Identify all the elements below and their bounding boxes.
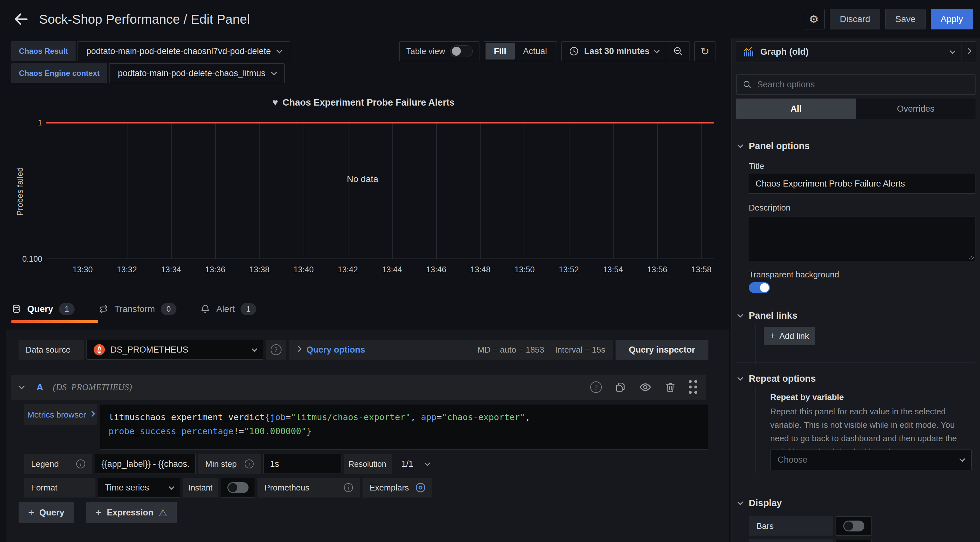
add-expression-button[interactable]: + Expression ⚠ (86, 502, 177, 523)
resolution-select[interactable]: 1/1 (395, 454, 436, 474)
graph-chart-icon (742, 46, 754, 58)
panel-title-input[interactable] (749, 174, 976, 193)
metrics-browser-button[interactable]: Metrics browser (24, 404, 97, 425)
section-heading: Panel links (749, 311, 797, 321)
legend-format-value: {{app_label}} - {{chaos… (102, 459, 189, 469)
header-bar: Sock-Shop Performance / Edit Panel ⚙ Dis… (0, 0, 980, 38)
variable-value-dropdown[interactable]: podtato-main-pod-delete-chaosnl7vd-pod-d… (78, 41, 290, 61)
tab-all[interactable]: All (736, 98, 856, 119)
tab-query[interactable]: Query 1 (11, 303, 75, 315)
min-step-input[interactable]: 1s (263, 454, 341, 474)
transform-icon (98, 304, 108, 314)
exemplars-toggle-icon[interactable] (416, 483, 425, 493)
options-search-input[interactable] (757, 80, 969, 90)
visualization-select[interactable]: Graph (old) (736, 41, 961, 62)
query-inspector-button[interactable]: Query inspector (616, 340, 708, 360)
query-row-actions: ? (590, 380, 698, 394)
format-value: Time series (105, 483, 149, 493)
plus-icon: + (770, 331, 776, 341)
indent-guide (756, 325, 756, 365)
gridline (83, 123, 83, 258)
datasource-help-button[interactable]: ? (266, 340, 286, 360)
gridline (657, 123, 658, 258)
edit-area: Chaos Result podtato-main-pod-delete-cha… (0, 38, 732, 542)
instant-toggle[interactable] (228, 482, 248, 493)
collapse-options-button[interactable] (961, 41, 976, 62)
section-panel-options[interactable]: Panel options (738, 141, 810, 151)
tab-transform[interactable]: Transform 0 (98, 303, 177, 315)
metrics-browser-label: Metrics browser (27, 410, 86, 420)
chevron-right-icon (296, 346, 301, 352)
collapse-query-chevron-icon[interactable] (19, 383, 24, 389)
y-tick-0100: 0.100 (0, 254, 42, 264)
panel-toolbar: Table view Fill Actual Last 30 minutes (399, 41, 716, 61)
prometheus-type-text: Prometheus (264, 483, 309, 493)
chevron-down-icon (737, 142, 743, 148)
y-tick-1: 1 (0, 118, 42, 127)
section-display[interactable]: Display (738, 498, 782, 509)
legend-options-row: Legend i {{app_label}} - {{chaos… Min st… (24, 454, 436, 474)
time-range-group: Last 30 minutes (562, 41, 690, 61)
promql-editor[interactable]: litmuschaos_experiment_verdict{job="litm… (100, 404, 708, 450)
variable-chaos-engine-context: Chaos Engine context podtato-main-pod-de… (11, 63, 290, 83)
repeat-variable-select[interactable]: Choose (770, 450, 972, 470)
add-query-button[interactable]: + Query (19, 502, 74, 523)
query-row-header: A (DS_PROMETHEUS) ? (11, 375, 706, 399)
chevron-down-icon (251, 346, 257, 352)
back-button[interactable] (11, 10, 31, 29)
info-icon: i (245, 460, 254, 468)
query-ref-datasource: (DS_PROMETHEUS) (53, 382, 132, 392)
options-search[interactable] (736, 74, 975, 95)
variable-label: Chaos Result (11, 41, 76, 61)
fill-option[interactable]: Fill (485, 43, 515, 60)
refresh-button[interactable]: ↻ (694, 41, 716, 61)
duplicate-query-icon[interactable] (614, 381, 626, 393)
gridline (480, 123, 481, 258)
panel-description-textarea[interactable] (749, 217, 976, 261)
transparent-background-toggle[interactable] (749, 282, 770, 293)
save-button[interactable]: Save (885, 9, 926, 29)
format-label: Format (24, 478, 95, 498)
next-option-row-partial (749, 539, 872, 542)
option-label (749, 539, 833, 542)
table-view-toggle[interactable] (450, 46, 473, 57)
chart-title: ♥ Chaos Experiment Probe Failure Alerts (0, 97, 727, 108)
options-sections: Panel options Title Description Transpar… (732, 128, 980, 542)
delete-query-trash-icon[interactable] (665, 381, 676, 393)
no-data-text: No data (347, 174, 378, 184)
option-toggle-cell (835, 539, 872, 542)
x-tick-label: 13:38 (237, 265, 282, 274)
resize-handle[interactable] (968, 253, 974, 260)
tab-overrides[interactable]: Overrides (856, 98, 976, 119)
section-panel-links[interactable]: Panel links (738, 311, 797, 321)
variable-value-text: podtato-main-pod-delete-chaos_litmus (118, 68, 266, 78)
actual-option[interactable]: Actual (515, 43, 555, 60)
instant-toggle-cell (221, 478, 255, 498)
x-tick-label: 13:42 (325, 265, 370, 274)
datasource-select[interactable]: DS_PROMETHEUS (86, 340, 263, 360)
section-repeat-options[interactable]: Repeat options (738, 373, 816, 384)
add-link-button[interactable]: + Add link (764, 326, 815, 345)
legend-format-input[interactable]: {{app_label}} - {{chaos… (95, 454, 196, 474)
zoom-out-button[interactable] (666, 41, 689, 61)
bars-toggle[interactable] (843, 521, 864, 531)
toggle-visibility-eye-icon[interactable] (639, 381, 652, 393)
gridline (613, 123, 614, 258)
variable-value-dropdown[interactable]: podtato-main-pod-delete-chaos_litmus (109, 63, 285, 83)
apply-button[interactable]: Apply (931, 9, 973, 29)
time-range-picker[interactable]: Last 30 minutes (562, 41, 666, 61)
query-options-header[interactable]: Query options MD = auto = 1853 Interval … (289, 340, 613, 360)
x-axis-labels: 13:3013:3213:3413:3613:3813:4013:4213:44… (46, 265, 714, 278)
panel-settings-button[interactable]: ⚙ (803, 9, 825, 29)
drag-handle-icon[interactable] (689, 380, 698, 394)
query-help-icon[interactable]: ? (590, 381, 602, 393)
format-select[interactable]: Time series (98, 478, 180, 498)
tab-alert[interactable]: Alert 1 (200, 303, 256, 315)
title-label: Title (749, 161, 764, 171)
bars-option-row: Bars (749, 517, 872, 536)
gridline (525, 123, 525, 258)
discard-button[interactable]: Discard (830, 9, 880, 29)
chevron-down-icon (169, 484, 174, 490)
chevron-down-icon (959, 456, 965, 462)
y-axis-label: Probes failed (15, 112, 25, 272)
